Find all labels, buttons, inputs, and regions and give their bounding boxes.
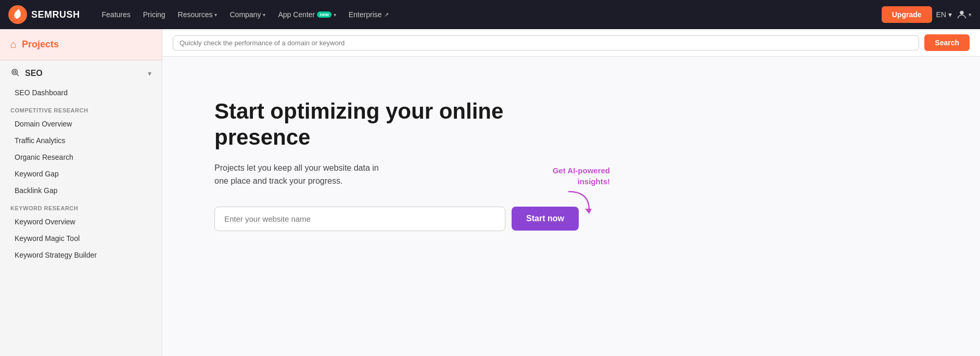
ai-insights-callout: Get AI-powered insights! <box>553 165 610 215</box>
hero-title: Start optimizing your online presence <box>214 98 579 151</box>
hero-content: Start optimizing your online presence Pr… <box>214 98 579 231</box>
ai-insights-text: Get AI-powered insights! <box>553 165 610 187</box>
nav-company[interactable]: Company ▾ <box>224 7 271 22</box>
keyword-research-category: KEYWORD RESEARCH <box>0 199 162 213</box>
ai-arrow-icon <box>563 189 594 215</box>
sidebar-item-backlink-gap[interactable]: Backlink Gap <box>0 182 162 199</box>
sidebar-item-seo-dashboard[interactable]: SEO Dashboard <box>0 84 162 101</box>
right-column: Search Start optimizing your online pres… <box>162 29 980 356</box>
home-icon: ⌂ <box>10 39 17 50</box>
external-link-icon: ↗ <box>384 11 389 18</box>
sidebar-item-keyword-magic-tool[interactable]: Keyword Magic Tool <box>0 230 162 247</box>
upgrade-button[interactable]: Upgrade <box>882 6 932 23</box>
seo-title-wrap: SEO <box>10 68 43 79</box>
sidebar-item-traffic-analytics[interactable]: Traffic Analytics <box>0 132 162 149</box>
hero-area: Start optimizing your online presence Pr… <box>162 57 980 356</box>
hero-subtitle: Projects let you keep all your website d… <box>214 161 579 188</box>
seo-chevron-icon: ▾ <box>148 69 151 78</box>
seo-section-header[interactable]: SEO ▾ <box>0 60 162 84</box>
svg-point-3 <box>14 71 16 73</box>
svg-marker-5 <box>585 209 592 214</box>
nav-enterprise[interactable]: Enterprise ↗ <box>343 7 394 22</box>
svg-point-1 <box>960 11 963 15</box>
nav-app-center[interactable]: App Center new ▾ <box>273 7 341 22</box>
nav-pricing[interactable]: Pricing <box>138 7 171 22</box>
language-selector[interactable]: EN ▾ <box>936 10 952 19</box>
sidebar-item-keyword-gap[interactable]: Keyword Gap <box>0 166 162 182</box>
search-input[interactable] <box>180 39 912 47</box>
resources-chevron-icon: ▾ <box>214 12 217 18</box>
seo-section-title: SEO <box>25 69 43 78</box>
search-input-wrap <box>173 35 919 50</box>
main-layout: ⌂ Projects SEO ▾ SEO Dashboard COMPETITI… <box>0 29 980 356</box>
logo[interactable]: SEMRUSH <box>8 5 80 24</box>
svg-point-2 <box>12 69 18 75</box>
svg-line-4 <box>17 74 19 76</box>
competitive-research-category: COMPETITIVE RESEARCH <box>0 101 162 116</box>
sidebar-item-domain-overview[interactable]: Domain Overview <box>0 116 162 132</box>
sidebar-item-keyword-strategy-builder[interactable]: Keyword Strategy Builder <box>0 247 162 263</box>
main-search-bar: Search <box>162 29 980 57</box>
app-center-chevron-icon: ▾ <box>334 12 336 18</box>
nav-right: Upgrade EN ▾ ▾ <box>882 6 972 23</box>
company-chevron-icon: ▾ <box>263 12 265 18</box>
app-center-badge: new <box>317 11 332 18</box>
hero-input-row: Start now Get AI-powered insights! <box>214 207 579 231</box>
sidebar: ⌂ Projects SEO ▾ SEO Dashboard COMPETITI… <box>0 29 162 356</box>
projects-label: Projects <box>22 39 59 50</box>
seo-icon <box>10 68 20 79</box>
nav-links: Features Pricing Resources ▾ Company ▾ A… <box>97 7 869 22</box>
nav-resources[interactable]: Resources ▾ <box>173 7 223 22</box>
user-chevron-icon: ▾ <box>969 11 972 18</box>
website-name-input[interactable] <box>214 207 505 231</box>
sidebar-item-keyword-overview[interactable]: Keyword Overview <box>0 213 162 230</box>
lang-chevron-icon: ▾ <box>948 10 952 19</box>
sidebar-projects-header[interactable]: ⌂ Projects <box>0 29 162 60</box>
nav-features[interactable]: Features <box>97 7 136 22</box>
user-menu[interactable]: ▾ <box>956 9 972 20</box>
logo-text: SEMRUSH <box>31 9 80 20</box>
search-button[interactable]: Search <box>924 34 970 51</box>
top-navigation: SEMRUSH Features Pricing Resources ▾ Com… <box>0 0 980 29</box>
sidebar-item-organic-research[interactable]: Organic Research <box>0 149 162 166</box>
